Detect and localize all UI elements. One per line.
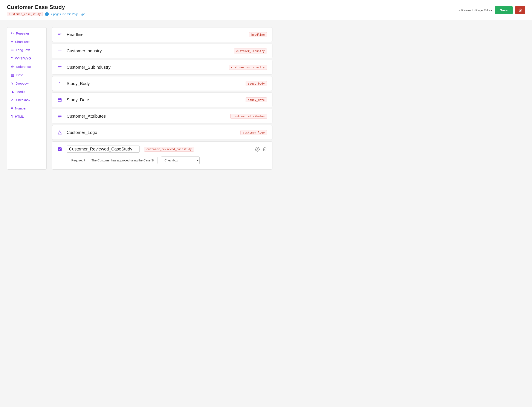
long-text-icon bbox=[57, 114, 62, 118]
field-description-input[interactable] bbox=[89, 157, 158, 164]
required-label[interactable]: Required? bbox=[67, 159, 85, 162]
header: Customer Case Study customer_case_study … bbox=[0, 0, 532, 20]
field-slug-study-date: study_date bbox=[246, 97, 267, 102]
content-area: HeadlineheadlineCustomer Industrycustome… bbox=[52, 27, 273, 170]
field-slug-customer-logo: customer_logo bbox=[241, 130, 267, 135]
field-name-headline: Headline bbox=[67, 32, 244, 37]
sidebar-item-long-text[interactable]: ≣Long Text bbox=[7, 46, 46, 54]
sidebar-item-wysiwyg[interactable]: ❝WYSIWYG bbox=[7, 54, 46, 63]
sidebar-item-reference[interactable]: ⊕Reference bbox=[7, 63, 46, 71]
sidebar-item-label-long-text: Long Text bbox=[16, 48, 30, 52]
reference-icon: ⊕ bbox=[11, 65, 14, 69]
delete-page-button[interactable] bbox=[515, 6, 525, 14]
field-name-study-date: Study_Date bbox=[67, 97, 241, 102]
return-link[interactable]: « Return to Page Editor bbox=[459, 8, 492, 12]
page-title: Customer Case Study bbox=[7, 4, 85, 10]
trash-icon bbox=[518, 8, 522, 12]
sidebar-item-media[interactable]: ▲Media bbox=[7, 88, 46, 96]
field-slug-customer-industry: customer_industry bbox=[234, 48, 267, 54]
wysiwyg-icon: " bbox=[59, 81, 61, 86]
dropdown-icon: ∨ bbox=[11, 81, 14, 86]
field-row-customer-subindustry: Customer_SubIndustrycustomer_subindustry bbox=[52, 60, 273, 74]
required-checkbox[interactable] bbox=[67, 159, 70, 162]
sidebar-item-label-checkbox: Checkbox bbox=[16, 98, 30, 102]
sidebar-item-repeater[interactable]: ↻Repeater bbox=[7, 29, 46, 38]
field-row-expanded: customer_reviewed_casestudyRequired?Shor… bbox=[52, 141, 273, 170]
short-text-icon bbox=[57, 65, 62, 69]
header-meta: customer_case_study i 2 pages use this P… bbox=[7, 12, 85, 16]
svg-marker-14 bbox=[58, 131, 62, 134]
header-right: « Return to Page Editor Save bbox=[459, 6, 525, 14]
svg-rect-6 bbox=[58, 98, 61, 102]
info-icon[interactable]: i bbox=[45, 12, 49, 16]
sidebar-item-short-text[interactable]: ≡Short Text bbox=[7, 38, 46, 46]
sidebar-item-number[interactable]: #Number bbox=[7, 104, 46, 112]
sidebar-item-label-html: HTML bbox=[15, 115, 24, 118]
field-row-customer-attributes: Customer_Attributescustomer_attributes bbox=[52, 109, 273, 123]
checkbox-icon: ✔ bbox=[11, 98, 14, 102]
field-row-customer-logo: Customer_Logocustomer_logo bbox=[52, 125, 273, 140]
sidebar: ↻Repeater≡Short Text≣Long Text❝WYSIWYG⊕R… bbox=[7, 27, 47, 170]
field-name-customer-logo: Customer_Logo bbox=[67, 130, 236, 135]
repeater-icon: ↻ bbox=[11, 31, 14, 35]
field-settings-button[interactable] bbox=[255, 147, 260, 152]
sidebar-item-label-wysiwyg: WYSIWYG bbox=[15, 56, 31, 60]
header-left: Customer Case Study customer_case_study … bbox=[7, 4, 85, 16]
sidebar-item-label-short-text: Short Text bbox=[15, 40, 29, 44]
long-text-icon: ≣ bbox=[11, 48, 14, 52]
required-text: Required? bbox=[71, 159, 85, 162]
sidebar-item-label-media: Media bbox=[16, 90, 25, 94]
main-layout: ↻Repeater≡Short Text≣Long Text❝WYSIWYG⊕R… bbox=[0, 20, 279, 176]
field-slug-customer-subindustry: customer_subindustry bbox=[229, 65, 267, 70]
svg-point-16 bbox=[257, 149, 258, 150]
expanded-field-slug: customer_reviewed_casestudy bbox=[144, 147, 194, 152]
field-type-select[interactable]: Short TextLong TextWYSIWYGReferenceDateD… bbox=[161, 157, 200, 164]
sidebar-item-dropdown[interactable]: ∨Dropdown bbox=[7, 79, 46, 88]
sidebar-item-date[interactable]: ▦Date bbox=[7, 71, 46, 79]
field-row-study-date: Study_Datestudy_date bbox=[52, 93, 273, 107]
sidebar-item-label-date: Date bbox=[16, 73, 23, 77]
field-row-customer-industry: Customer Industrycustomer_industry bbox=[52, 44, 273, 58]
short-text-icon bbox=[57, 49, 62, 53]
media-icon bbox=[57, 130, 62, 135]
html-icon: ¶ bbox=[11, 114, 13, 118]
field-name-customer-attributes: Customer_Attributes bbox=[67, 114, 226, 119]
field-delete-button[interactable] bbox=[262, 147, 267, 152]
slug-badge: customer_case_study bbox=[7, 12, 43, 16]
sidebar-item-checkbox[interactable]: ✔Checkbox bbox=[7, 96, 46, 104]
field-row-study-body: "Study_Bodystudy_body bbox=[52, 76, 273, 91]
wysiwyg-icon: ❝ bbox=[11, 56, 13, 60]
sidebar-item-label-reference: Reference bbox=[16, 65, 31, 69]
save-button[interactable]: Save bbox=[495, 6, 513, 14]
short-text-icon bbox=[57, 32, 62, 37]
date-icon: ▦ bbox=[11, 73, 14, 77]
number-icon: # bbox=[11, 106, 13, 110]
expanded-field-name-input[interactable] bbox=[67, 146, 140, 153]
pages-text: 2 pages use this Page Type bbox=[51, 12, 85, 16]
field-slug-customer-attributes: customer_attributes bbox=[230, 114, 267, 119]
field-row-headline: Headlineheadline bbox=[52, 27, 273, 42]
sidebar-item-label-repeater: Repeater bbox=[16, 31, 29, 35]
sidebar-item-label-number: Number bbox=[15, 106, 26, 110]
field-slug-study-body: study_body bbox=[246, 81, 267, 86]
sidebar-item-html[interactable]: ¶HTML bbox=[7, 112, 46, 120]
field-name-study-body: Study_Body bbox=[67, 81, 241, 86]
sidebar-item-label-dropdown: Dropdown bbox=[16, 82, 30, 85]
checkbox-icon bbox=[57, 147, 62, 151]
field-slug-headline: headline bbox=[249, 32, 267, 37]
field-name-customer-subindustry: Customer_SubIndustry bbox=[67, 65, 224, 70]
date-icon bbox=[57, 98, 62, 102]
short-text-icon: ≡ bbox=[11, 40, 13, 44]
trash-icon bbox=[262, 147, 267, 152]
media-icon: ▲ bbox=[11, 90, 14, 94]
gear-icon bbox=[255, 147, 260, 152]
field-name-customer-industry: Customer Industry bbox=[67, 48, 229, 54]
